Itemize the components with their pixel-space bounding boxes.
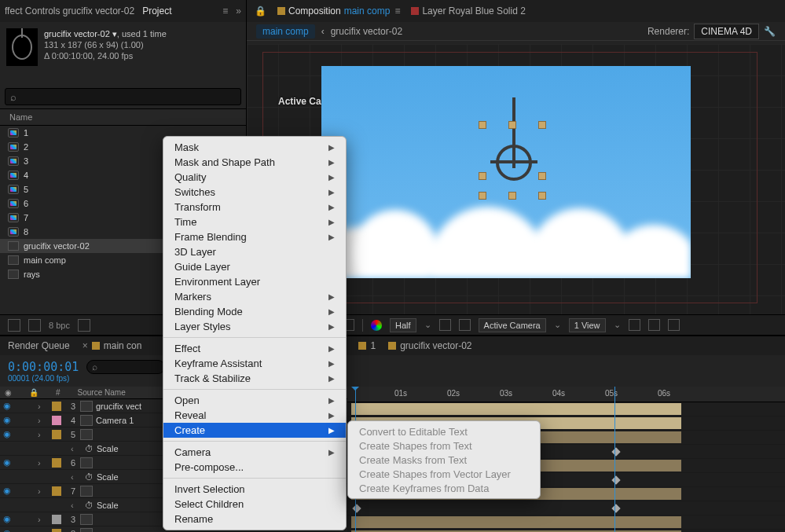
keyframe-icon[interactable] bbox=[611, 475, 620, 484]
menu-item-guide-layer[interactable]: Guide Layer bbox=[163, 259, 346, 274]
crumb-main[interactable]: main comp bbox=[256, 24, 315, 39]
timeline-icon[interactable] bbox=[668, 319, 680, 331]
selection-handle[interactable] bbox=[479, 121, 486, 129]
menu-item-open[interactable]: Open▶ bbox=[163, 393, 346, 408]
camera-view-dropdown[interactable]: Active Camera bbox=[479, 318, 546, 332]
layer-color-swatch[interactable] bbox=[52, 529, 61, 533]
resolution-dropdown[interactable]: Half bbox=[390, 318, 416, 332]
menu-item-time[interactable]: Time▶ bbox=[163, 215, 346, 229]
keyframe-icon[interactable] bbox=[611, 504, 620, 512]
interpret-footage-icon[interactable] bbox=[8, 319, 20, 332]
submenu-item-create-shapes-from-vector-layer[interactable]: Create Shapes from Vector Layer bbox=[348, 467, 540, 481]
tab-layer[interactable]: Layer Royal Blue Solid 2 bbox=[411, 6, 525, 17]
prev-keyframe-icon[interactable]: ‹ bbox=[71, 472, 85, 482]
wrench-icon[interactable]: 🔧 bbox=[764, 26, 776, 37]
stopwatch-icon[interactable]: ⏱ bbox=[85, 501, 94, 510]
menu-item-mask-and-shape-path[interactable]: Mask and Shape Path▶ bbox=[163, 155, 346, 170]
layer-duration-bar[interactable] bbox=[351, 403, 681, 415]
menu-item-create[interactable]: Create▶ bbox=[163, 423, 346, 438]
panel-menu-icon[interactable]: ≡ bbox=[222, 6, 228, 17]
current-timecode[interactable]: 0:00:00:01 bbox=[8, 360, 79, 374]
menu-item-select-children[interactable]: Select Children bbox=[163, 497, 346, 512]
views-dropdown[interactable]: 1 View bbox=[569, 318, 606, 332]
timeline-track[interactable] bbox=[347, 402, 785, 416]
tab-timeline-1[interactable]: 1 bbox=[358, 340, 376, 351]
col-source-name[interactable]: Source Name bbox=[78, 388, 126, 397]
selection-handle[interactable] bbox=[508, 192, 516, 200]
layer-color-swatch[interactable] bbox=[52, 515, 61, 524]
project-column-header[interactable]: Name bbox=[0, 108, 246, 126]
twirl-icon[interactable]: › bbox=[38, 458, 49, 468]
project-search-input[interactable]: ⌕ bbox=[5, 88, 241, 105]
menu-item-frame-blending[interactable]: Frame Blending▶ bbox=[163, 229, 346, 244]
submenu-item-create-shapes-from-text[interactable]: Create Shapes from Text bbox=[348, 438, 540, 453]
roi-icon[interactable] bbox=[439, 319, 451, 331]
tab-effect-controls[interactable]: ffect Controls grucifix vector-02 bbox=[5, 6, 134, 17]
selection-handle[interactable] bbox=[479, 172, 486, 180]
menu-item-blending-mode[interactable]: Blending Mode▶ bbox=[163, 304, 346, 319]
timeline-track[interactable] bbox=[347, 515, 785, 530]
stopwatch-icon[interactable]: ⏱ bbox=[85, 472, 94, 482]
menu-item-pre-compose-[interactable]: Pre-compose... bbox=[163, 460, 346, 475]
renderer-dropdown[interactable]: CINEMA 4D bbox=[694, 24, 759, 39]
layer-color-swatch[interactable] bbox=[52, 402, 61, 411]
bpc-toggle[interactable]: 8 bpc bbox=[49, 321, 70, 330]
fast-preview-icon[interactable] bbox=[648, 319, 660, 331]
timeline-search-input[interactable]: ⌕ bbox=[86, 360, 165, 374]
crumb-sub[interactable]: grucifix vector-02 bbox=[331, 26, 402, 37]
visibility-toggle[interactable]: ◉ bbox=[0, 528, 14, 532]
tab-composition[interactable]: Composition main comp ≡ bbox=[277, 6, 400, 17]
layer-duration-bar[interactable] bbox=[351, 516, 681, 528]
keyframe-icon[interactable] bbox=[352, 504, 361, 512]
menu-item-track-stabilize[interactable]: Track & Stabilize▶ bbox=[163, 371, 346, 386]
menu-item-switches[interactable]: Switches▶ bbox=[163, 185, 346, 200]
lock-column-icon[interactable]: 🔒 bbox=[29, 388, 39, 397]
menu-item-reveal[interactable]: Reveal▶ bbox=[163, 408, 346, 423]
lock-icon[interactable]: 🔒 bbox=[255, 6, 266, 17]
create-submenu[interactable]: Convert to Editable TextCreate Shapes fr… bbox=[347, 420, 541, 499]
selection-handle[interactable] bbox=[538, 172, 546, 180]
twirl-icon[interactable]: › bbox=[38, 402, 49, 411]
visibility-toggle[interactable]: ◉ bbox=[0, 401, 14, 411]
composition-canvas[interactable] bbox=[321, 66, 691, 278]
submenu-item-convert-to-editable-text[interactable]: Convert to Editable Text bbox=[348, 424, 540, 438]
visibility-toggle[interactable]: ◉ bbox=[0, 429, 14, 439]
panel-overflow-icon[interactable]: » bbox=[236, 6, 241, 17]
frame-counter[interactable]: 00001 (24.00 fps) bbox=[8, 374, 69, 383]
visibility-toggle[interactable]: ◉ bbox=[0, 486, 14, 496]
tab-timeline-grucifix[interactable]: grucifix vector-02 bbox=[388, 340, 471, 351]
timeline-track[interactable] bbox=[347, 501, 785, 515]
pixel-aspect-icon[interactable] bbox=[629, 319, 640, 331]
layer-color-swatch[interactable] bbox=[52, 458, 61, 468]
visibility-toggle[interactable]: ◉ bbox=[0, 457, 14, 468]
twirl-icon[interactable]: › bbox=[38, 529, 49, 533]
tab-menu-icon[interactable]: ≡ bbox=[394, 6, 400, 17]
transparency-grid-icon[interactable] bbox=[459, 319, 471, 331]
twirl-icon[interactable]: › bbox=[38, 515, 49, 524]
selection-handle[interactable] bbox=[479, 192, 486, 200]
twirl-icon[interactable]: › bbox=[38, 416, 49, 425]
selection-handle[interactable] bbox=[538, 192, 546, 200]
menu-item-layer-styles[interactable]: Layer Styles▶ bbox=[163, 319, 346, 334]
prev-keyframe-icon[interactable]: ‹ bbox=[71, 501, 85, 510]
eye-column-icon[interactable]: ◉ bbox=[5, 388, 12, 397]
twirl-icon[interactable]: › bbox=[38, 430, 49, 439]
stopwatch-icon[interactable]: ⏱ bbox=[85, 444, 94, 453]
menu-item-markers[interactable]: Markers▶ bbox=[163, 289, 346, 304]
layer-color-swatch[interactable] bbox=[52, 430, 61, 439]
selection-handle[interactable] bbox=[538, 121, 546, 129]
twirl-icon[interactable]: › bbox=[38, 486, 49, 496]
menu-item-effect[interactable]: Effect▶ bbox=[163, 341, 346, 356]
menu-item-environment-layer[interactable]: Environment Layer bbox=[163, 274, 346, 289]
layer-color-swatch[interactable] bbox=[52, 416, 61, 425]
work-area-end[interactable] bbox=[614, 387, 615, 532]
tab-timeline-close[interactable]: ×main con bbox=[83, 340, 142, 351]
new-folder-icon[interactable] bbox=[28, 319, 41, 332]
tab-render-queue[interactable]: Render Queue bbox=[8, 340, 70, 351]
submenu-item-create-masks-from-text[interactable]: Create Masks from Text bbox=[348, 453, 540, 467]
visibility-toggle[interactable]: ◉ bbox=[0, 514, 14, 524]
tab-project[interactable]: Project bbox=[142, 6, 171, 17]
channel-icon[interactable] bbox=[371, 320, 382, 331]
time-ruler[interactable]: 01s02s03s04s05s06s bbox=[347, 387, 785, 402]
layer-color-swatch[interactable] bbox=[52, 486, 61, 496]
